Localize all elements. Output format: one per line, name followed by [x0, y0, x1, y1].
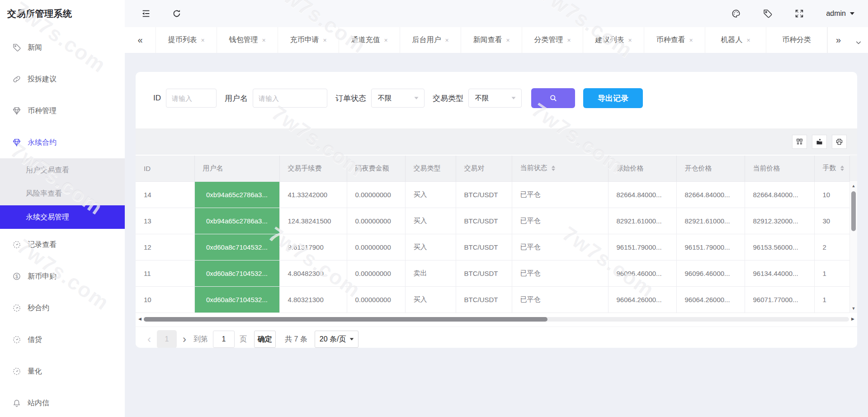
search-button[interactable]: [531, 88, 575, 108]
cell-开仓价格: 96151.79000...: [676, 234, 745, 260]
vertical-scrollbar[interactable]: ▲ ▼: [849, 182, 857, 313]
filter-row: ID 用户名 订单状态 不限 交易类型 不限: [136, 72, 857, 108]
export-file-button[interactable]: [812, 135, 827, 149]
clock-icon: [12, 303, 21, 313]
tab-close-icon[interactable]: ×: [445, 37, 448, 43]
print-icon: [835, 138, 843, 146]
column-header-label: 开仓价格: [685, 164, 712, 172]
user-menu[interactable]: admin: [826, 9, 854, 18]
collapse-menu-icon[interactable]: [141, 9, 151, 19]
tab-钱包管理[interactable]: 钱包管理×: [217, 27, 278, 53]
cell-开仓价格: 96064.26000...: [676, 286, 745, 313]
tab-close-icon[interactable]: ×: [506, 37, 509, 43]
sidebar-item-新闻[interactable]: 新闻: [0, 32, 125, 63]
next-page-button[interactable]: ›: [183, 333, 186, 346]
cell-手数: 1: [814, 286, 849, 313]
page-size-select[interactable]: 20 条/页: [315, 331, 359, 348]
sidebar-item-新币申购[interactable]: $新币申购: [0, 261, 125, 292]
cell-当前价格: 96153.56000...: [745, 234, 814, 260]
current-page[interactable]: 1: [157, 330, 177, 348]
tag-icon: [12, 43, 21, 52]
horizontal-scrollbar-thumb[interactable]: [144, 317, 547, 322]
refresh-icon[interactable]: [172, 9, 182, 19]
scroll-down-icon[interactable]: ▼: [852, 304, 856, 313]
sidebar-item-记录查看[interactable]: 记录查看: [0, 229, 125, 261]
username-input[interactable]: [253, 89, 327, 108]
cell-用户名[interactable]: 0xb94a65c2786a3...: [194, 208, 279, 234]
tab-新闻查看[interactable]: 新闻查看×: [461, 27, 522, 53]
tab-通道充值[interactable]: 通道充值×: [339, 27, 400, 53]
sidebar-subitem-用户交易查看[interactable]: 用户交易查看: [0, 158, 125, 182]
cell-用户名[interactable]: 0xd60a8c7104532...: [194, 286, 279, 313]
column-header-label: ID: [144, 165, 151, 172]
tab-close-icon[interactable]: ×: [746, 37, 750, 43]
tab-分类管理[interactable]: 分类管理×: [522, 27, 583, 53]
sidebar-item-借贷[interactable]: 借贷: [0, 324, 125, 355]
print-button[interactable]: [832, 135, 847, 149]
tab-close-icon[interactable]: ×: [262, 37, 265, 43]
tag-icon[interactable]: [763, 9, 773, 19]
sort-icon[interactable]: [552, 164, 555, 173]
fullscreen-icon[interactable]: [794, 9, 804, 19]
sidebar-subitem-风险率查看[interactable]: 风险率查看: [0, 182, 125, 205]
order-status-select[interactable]: 不限: [371, 89, 425, 108]
prev-page-button[interactable]: ‹: [147, 333, 151, 346]
column-header-当前状态[interactable]: 当前状态: [512, 155, 608, 181]
tab-充币申请[interactable]: 充币申请×: [278, 27, 339, 53]
tab-close-icon[interactable]: ×: [567, 37, 571, 43]
cell-当前状态: 已平仓: [512, 208, 608, 234]
tab-close-icon[interactable]: ×: [384, 37, 387, 43]
cell-用户名[interactable]: 0xd60a8c7104532...: [194, 234, 279, 260]
column-header-交易对: 交易对: [456, 155, 512, 181]
tab-提币列表[interactable]: 提币列表×: [156, 27, 217, 53]
chevron-down-icon: [850, 12, 854, 15]
sidebar-item-币种管理[interactable]: 币种管理: [0, 95, 125, 127]
sidebar-item-永续合约[interactable]: 永续合约: [0, 127, 125, 158]
export-records-button[interactable]: 导出记录: [583, 88, 643, 108]
tab-建议列表[interactable]: 建议列表×: [583, 27, 644, 53]
confirm-page-button[interactable]: 确定: [254, 331, 276, 348]
cell-交易类型: 买入: [405, 234, 456, 260]
tab-close-icon[interactable]: ×: [201, 37, 204, 43]
tabs-dropdown-button[interactable]: [849, 27, 868, 53]
sidebar-subitem-永续交易管理[interactable]: 永续交易管理: [0, 205, 125, 229]
tab-close-icon[interactable]: ×: [628, 37, 632, 43]
sidebar-item-label: 新闻: [28, 43, 42, 52]
tab-close-icon[interactable]: ×: [689, 37, 693, 43]
tab-机器人[interactable]: 机器人×: [705, 27, 766, 53]
clock-icon: [12, 367, 21, 376]
tabs-scroll-right-button[interactable]: »: [827, 27, 849, 53]
palette-icon[interactable]: [731, 9, 741, 19]
cell-ID: 12: [136, 234, 194, 260]
tab-币种分类[interactable]: 币种分类: [766, 27, 827, 53]
cell-当前价格: 96071.77000...: [745, 286, 814, 313]
tabs-scroll-left-button[interactable]: «: [125, 27, 156, 53]
filter-columns-button[interactable]: [792, 135, 807, 149]
cell-交易类型: 买入: [405, 181, 456, 208]
id-input[interactable]: [166, 89, 217, 108]
scroll-right-icon[interactable]: ▶: [850, 317, 856, 321]
sidebar-item-量化[interactable]: 量化: [0, 355, 125, 387]
cell-用户名[interactable]: 0xb94a65c2786a3...: [194, 181, 279, 208]
scroll-up-icon[interactable]: ▲: [852, 182, 856, 190]
tab-币种查看[interactable]: 币种查看×: [644, 27, 705, 53]
table-toolbar: [136, 128, 857, 155]
sidebar-item-投拆建议[interactable]: 投拆建议: [0, 63, 125, 95]
tab-后台用户[interactable]: 后台用户×: [400, 27, 461, 53]
sort-icon[interactable]: [840, 164, 844, 173]
page-size-value: 20 条/页: [320, 335, 346, 344]
trade-type-select[interactable]: 不限: [468, 89, 522, 108]
sidebar-item-站内信[interactable]: 站内信: [0, 387, 125, 417]
column-header-手数[interactable]: 手数: [814, 155, 849, 181]
vertical-scrollbar-thumb[interactable]: [851, 191, 856, 231]
horizontal-scrollbar[interactable]: ◀ ▶: [136, 316, 857, 323]
goto-page-input[interactable]: [213, 331, 235, 348]
column-header-原始价格: 原始价格: [608, 155, 676, 181]
columns-icon: [796, 138, 803, 146]
topbar: admin: [125, 0, 868, 27]
horizontal-scrollbar-track[interactable]: [144, 317, 849, 322]
cell-用户名[interactable]: 0xd60a8c7104532...: [194, 260, 279, 286]
sidebar-item-秒合约[interactable]: 秒合约: [0, 292, 125, 324]
scroll-left-icon[interactable]: ◀: [137, 317, 143, 321]
tab-close-icon[interactable]: ×: [323, 37, 326, 43]
